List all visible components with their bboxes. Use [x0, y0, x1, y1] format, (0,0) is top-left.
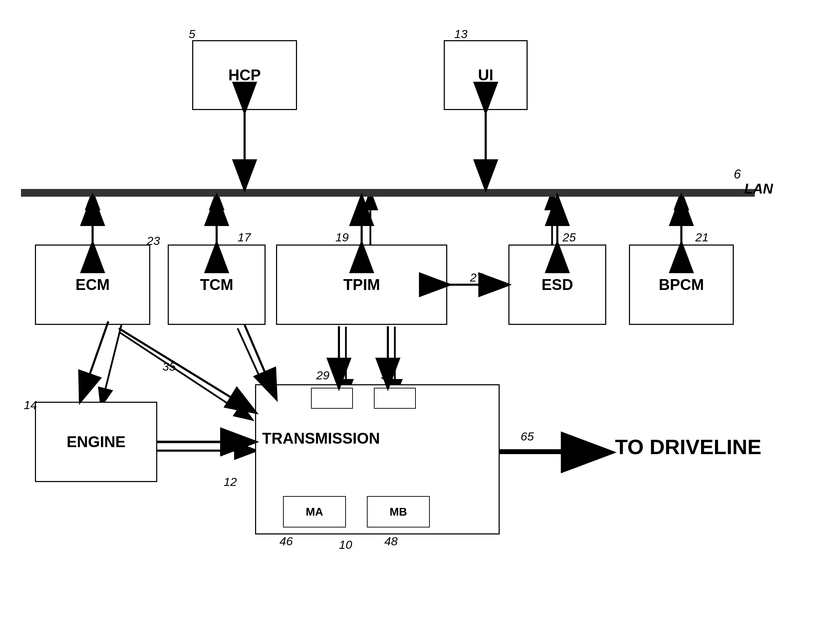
ui-box: UI: [444, 40, 528, 110]
ref65-label: 65: [521, 430, 534, 443]
diagram: LAN 6 HCP 5 UI 13 ECM 23 TCM 17 TPIM 19 …: [0, 0, 840, 619]
tpim-ref: 19: [335, 230, 349, 244]
ref12-label: 12: [224, 475, 237, 489]
engine-ref: 14: [24, 398, 37, 412]
lan-bar: [21, 189, 755, 197]
tcm-ref: 17: [238, 230, 251, 244]
bpcm-ref: 21: [695, 230, 708, 244]
ma-ref: 46: [280, 534, 293, 548]
ref35-label: 35: [162, 360, 176, 374]
transmission-label: TRANSMISSION: [262, 430, 380, 447]
ecm-box: ECM: [35, 245, 150, 325]
svg-line-22: [80, 321, 108, 401]
tcm-box: TCM: [168, 245, 265, 325]
mb-ref: 48: [384, 534, 398, 548]
svg-line-14: [101, 321, 122, 405]
engine-box: ENGINE: [35, 402, 157, 482]
transmission-port-right: [374, 388, 416, 409]
hcp-box: HCP: [192, 40, 297, 110]
lan-ref: 6: [734, 167, 741, 182]
tpim-box: TPIM: [276, 245, 447, 325]
transmission-port-left: [311, 388, 353, 409]
ref10-label: 10: [339, 538, 352, 552]
bpcm-box: BPCM: [629, 245, 734, 325]
esd-ref: 25: [563, 230, 576, 244]
ecm-ref: 23: [147, 234, 160, 248]
svg-line-23: [119, 328, 255, 412]
lan-label: LAN: [744, 181, 773, 197]
ref27-label: 27: [470, 271, 483, 284]
ref31-label: 31: [381, 369, 394, 382]
esd-box: ESD: [508, 245, 606, 325]
ref29-label: 29: [316, 369, 329, 382]
mb-box: MB: [367, 496, 430, 528]
hcp-ref: 5: [189, 27, 195, 41]
driveline-label: TO DRIVELINE: [615, 435, 761, 459]
ui-ref: 13: [454, 27, 467, 41]
ma-box: MA: [283, 496, 346, 528]
